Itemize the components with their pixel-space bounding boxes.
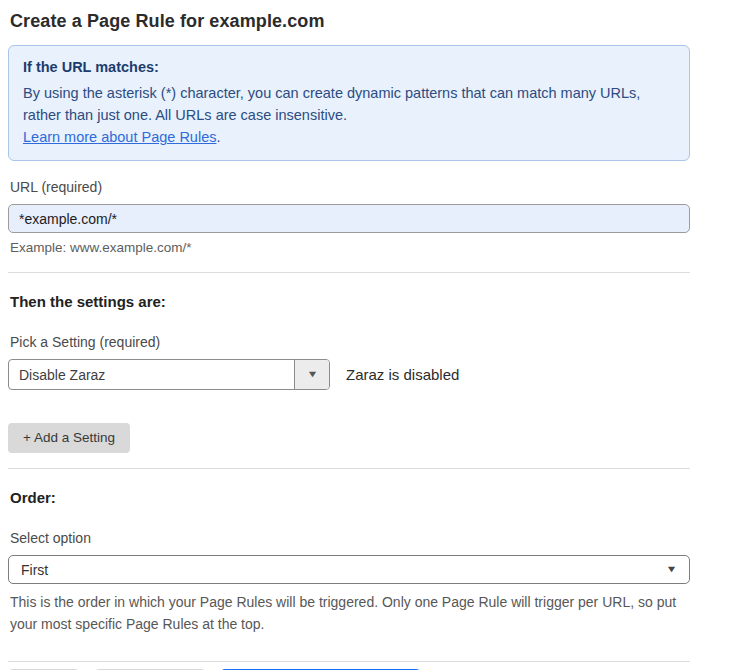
info-box-link-line: Learn more about Page Rules. — [23, 126, 675, 148]
learn-more-link[interactable]: Learn more about Page Rules — [23, 129, 216, 145]
divider — [8, 661, 690, 662]
setting-row: Disable Zaraz ▼ Zaraz is disabled — [8, 359, 690, 390]
page-rule-form: Create a Page Rule for example.com If th… — [0, 0, 690, 670]
order-select[interactable]: First ▼ — [8, 555, 690, 584]
url-example-hint: Example: www.example.com/* — [10, 239, 690, 257]
settings-section-heading: Then the settings are: — [10, 292, 690, 311]
divider — [8, 272, 690, 273]
page-title: Create a Page Rule for example.com — [10, 10, 690, 32]
link-suffix: . — [216, 129, 220, 145]
url-field-label: URL (required) — [10, 178, 690, 196]
setting-picker-label: Pick a Setting (required) — [10, 333, 690, 351]
info-box-body: By using the asterisk (*) character, you… — [23, 82, 675, 126]
url-input[interactable] — [8, 204, 690, 233]
order-select-label: Select option — [10, 529, 690, 547]
order-select-value: First — [21, 562, 48, 578]
info-box-heading: If the URL matches: — [23, 57, 675, 77]
url-match-info-box: If the URL matches: By using the asteris… — [8, 45, 690, 161]
setting-status-text: Zaraz is disabled — [346, 366, 459, 383]
divider — [8, 468, 690, 469]
chevron-down-icon: ▼ — [666, 565, 678, 574]
setting-select-value: Disable Zaraz — [9, 360, 294, 389]
order-help-text: This is the order in which your Page Rul… — [10, 591, 686, 635]
order-section-heading: Order: — [10, 488, 690, 507]
chevron-down-icon: ▼ — [306, 370, 318, 379]
setting-select-arrow-button[interactable]: ▼ — [294, 360, 329, 389]
add-setting-button[interactable]: + Add a Setting — [8, 423, 130, 453]
setting-select[interactable]: Disable Zaraz ▼ — [8, 359, 330, 390]
